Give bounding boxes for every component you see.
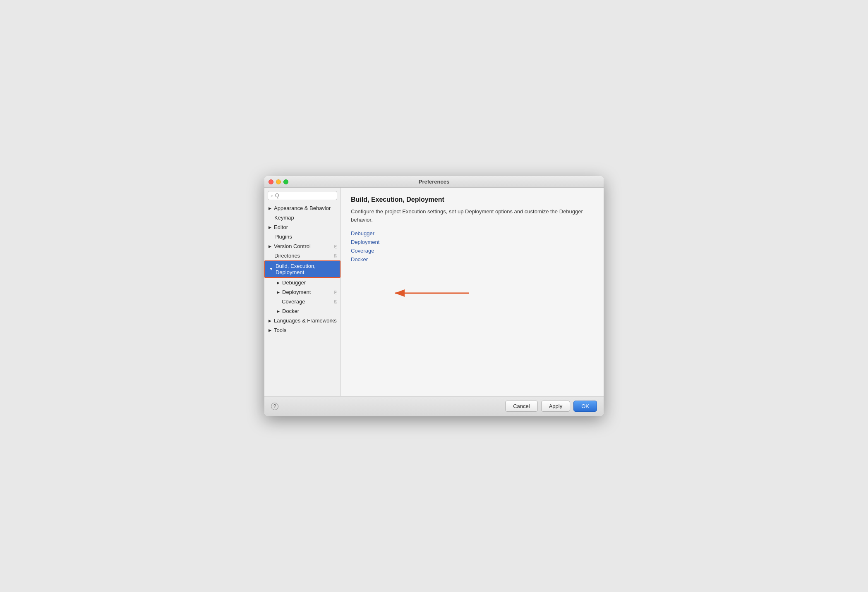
search-input[interactable]: [275, 193, 334, 198]
help-button[interactable]: ?: [271, 403, 278, 410]
sidebar-item-tools[interactable]: ▶ Tools: [264, 325, 340, 335]
close-button[interactable]: [269, 179, 273, 184]
chevron-icon: ▶: [269, 328, 271, 332]
chevron-icon: ▼: [269, 267, 273, 271]
page-description: Configure the project Execution settings…: [351, 208, 594, 224]
apply-button[interactable]: Apply: [541, 401, 571, 412]
content-area: ⌕ ▶ Appearance & Behavior Keymap ▶ Edito…: [264, 188, 604, 396]
sidebar-item-deployment[interactable]: ▶ Deployment ⎘: [264, 287, 340, 297]
sidebar-item-docker[interactable]: ▶ Docker: [264, 306, 340, 316]
arrow-svg: [391, 285, 473, 301]
chevron-icon: ▶: [269, 244, 271, 248]
sidebar-item-keymap[interactable]: Keymap: [264, 213, 340, 222]
bottom-bar: ? Cancel Apply OK: [264, 396, 604, 416]
sidebar-item-build-execution-deployment[interactable]: ▼ Build, Execution, Deployment: [264, 260, 340, 278]
sidebar-item-editor[interactable]: ▶ Editor: [264, 222, 340, 232]
preferences-window: Preferences ⌕ ▶ Appearance & Behavior Ke…: [264, 176, 604, 416]
sidebar-item-label: Deployment: [282, 289, 311, 295]
sidebar-item-label: Appearance & Behavior: [274, 205, 331, 211]
chevron-icon: ▶: [269, 206, 271, 210]
copy-icon: ⎘: [334, 253, 337, 258]
sidebar-item-label: Plugins: [274, 234, 292, 240]
sidebar-item-label: Build, Execution, Deployment: [276, 263, 336, 275]
sidebar-item-plugins[interactable]: Plugins: [264, 232, 340, 241]
window-title: Preferences: [419, 179, 449, 185]
copy-icon: ⎘: [334, 244, 337, 249]
sidebar-item-label: Coverage: [282, 298, 305, 305]
copy-icon: ⎘: [334, 290, 337, 295]
sidebar-item-appearance-behavior[interactable]: ▶ Appearance & Behavior: [264, 203, 340, 213]
coverage-link[interactable]: Coverage: [351, 248, 594, 254]
sidebar-item-coverage[interactable]: Coverage ⎘: [264, 297, 340, 306]
search-icon: ⌕: [271, 193, 273, 198]
page-title: Build, Execution, Deployment: [351, 196, 594, 203]
cancel-button[interactable]: Cancel: [505, 401, 537, 412]
sidebar-item-label: Docker: [282, 308, 299, 314]
sidebar-item-label: Version Control: [274, 243, 311, 249]
traffic-lights: [269, 179, 288, 184]
sidebar-item-label: Keymap: [274, 215, 294, 221]
titlebar: Preferences: [264, 176, 604, 188]
chevron-icon: ▶: [269, 319, 271, 323]
ok-button[interactable]: OK: [573, 401, 597, 412]
maximize-button[interactable]: [283, 179, 288, 184]
sidebar: ⌕ ▶ Appearance & Behavior Keymap ▶ Edito…: [264, 188, 341, 396]
minimize-button[interactable]: [276, 179, 281, 184]
copy-icon: ⎘: [334, 299, 337, 304]
sidebar-item-directories[interactable]: Directories ⎘: [264, 251, 340, 260]
sidebar-item-debugger[interactable]: ▶ Debugger: [264, 278, 340, 287]
sidebar-item-label: Languages & Frameworks: [274, 317, 337, 324]
chevron-icon: ▶: [277, 309, 280, 313]
sidebar-item-label: Tools: [274, 327, 286, 333]
deployment-link[interactable]: Deployment: [351, 239, 594, 245]
chevron-icon: ▶: [277, 281, 280, 285]
sidebar-item-label: Debugger: [282, 279, 306, 286]
annotation-arrow: [391, 285, 473, 303]
sidebar-item-version-control[interactable]: ▶ Version Control ⎘: [264, 241, 340, 251]
docker-link[interactable]: Docker: [351, 256, 594, 263]
main-content: Build, Execution, Deployment Configure t…: [341, 188, 604, 396]
search-box[interactable]: ⌕: [268, 191, 337, 200]
sidebar-item-label: Editor: [274, 224, 288, 230]
debugger-link[interactable]: Debugger: [351, 230, 594, 236]
chevron-icon: ▶: [277, 290, 280, 294]
chevron-icon: ▶: [269, 225, 271, 229]
sidebar-item-label: Directories: [274, 253, 300, 259]
sidebar-item-languages-frameworks[interactable]: ▶ Languages & Frameworks: [264, 316, 340, 325]
